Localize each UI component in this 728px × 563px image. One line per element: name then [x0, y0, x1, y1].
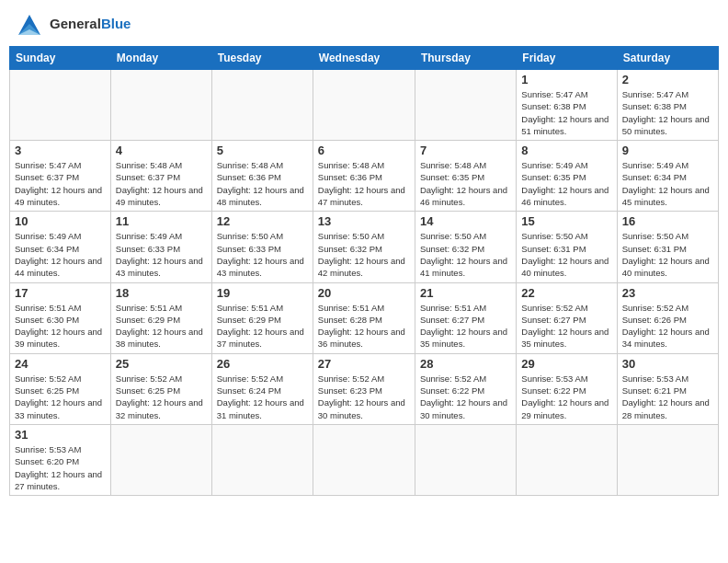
weekday-header-friday: Friday	[517, 47, 617, 70]
calendar-cell: 25Sunrise: 5:52 AM Sunset: 6:25 PM Dayli…	[110, 353, 211, 424]
day-info: Sunrise: 5:48 AM Sunset: 6:35 PM Dayligh…	[420, 159, 511, 208]
day-number: 19	[217, 286, 308, 300]
day-number: 24	[15, 357, 106, 371]
calendar-cell: 19Sunrise: 5:51 AM Sunset: 6:29 PM Dayli…	[211, 282, 313, 353]
calendar-cell: 14Sunrise: 5:50 AM Sunset: 6:32 PM Dayli…	[415, 212, 516, 282]
day-number: 20	[318, 286, 410, 300]
day-info: Sunrise: 5:51 AM Sunset: 6:28 PM Dayligh…	[318, 302, 410, 350]
calendar-cell	[110, 424, 211, 495]
day-info: Sunrise: 5:52 AM Sunset: 6:22 PM Dayligh…	[420, 373, 511, 421]
day-number: 16	[622, 214, 713, 228]
calendar-cell: 18Sunrise: 5:51 AM Sunset: 6:29 PM Dayli…	[110, 282, 211, 353]
calendar-cell: 6Sunrise: 5:48 AM Sunset: 6:36 PM Daylig…	[313, 141, 415, 212]
calendar-cell	[110, 70, 211, 141]
day-info: Sunrise: 5:51 AM Sunset: 6:29 PM Dayligh…	[116, 302, 207, 350]
day-info: Sunrise: 5:51 AM Sunset: 6:29 PM Dayligh…	[217, 302, 308, 350]
day-number: 6	[318, 144, 410, 157]
calendar-cell: 21Sunrise: 5:51 AM Sunset: 6:27 PM Dayli…	[415, 282, 516, 353]
day-number: 29	[521, 357, 611, 371]
day-number: 1	[521, 73, 611, 86]
calendar-cell: 29Sunrise: 5:53 AM Sunset: 6:22 PM Dayli…	[517, 353, 617, 424]
day-number: 18	[116, 286, 207, 300]
calendar-cell: 1Sunrise: 5:47 AM Sunset: 6:38 PM Daylig…	[517, 70, 617, 141]
day-info: Sunrise: 5:48 AM Sunset: 6:36 PM Dayligh…	[217, 159, 308, 208]
day-info: Sunrise: 5:49 AM Sunset: 6:33 PM Dayligh…	[116, 230, 207, 279]
day-info: Sunrise: 5:53 AM Sunset: 6:20 PM Dayligh…	[15, 443, 106, 492]
day-number: 22	[521, 286, 611, 300]
day-info: Sunrise: 5:53 AM Sunset: 6:21 PM Dayligh…	[622, 373, 713, 421]
logo-icon	[13, 9, 46, 39]
calendar-cell: 15Sunrise: 5:50 AM Sunset: 6:31 PM Dayli…	[517, 212, 617, 282]
calendar-cell: 2Sunrise: 5:47 AM Sunset: 6:38 PM Daylig…	[617, 70, 718, 141]
calendar-cell: 17Sunrise: 5:51 AM Sunset: 6:30 PM Dayli…	[10, 282, 111, 353]
day-number: 31	[15, 428, 106, 442]
calendar-cell: 10Sunrise: 5:49 AM Sunset: 6:34 PM Dayli…	[10, 212, 111, 282]
calendar-cell	[415, 424, 516, 495]
calendar-week-5: 24Sunrise: 5:52 AM Sunset: 6:25 PM Dayli…	[10, 353, 719, 424]
day-info: Sunrise: 5:53 AM Sunset: 6:22 PM Dayligh…	[521, 373, 611, 421]
day-info: Sunrise: 5:51 AM Sunset: 6:27 PM Dayligh…	[420, 302, 511, 350]
calendar-cell	[617, 424, 718, 495]
day-info: Sunrise: 5:52 AM Sunset: 6:27 PM Dayligh…	[521, 302, 611, 350]
day-number: 21	[420, 286, 511, 300]
day-info: Sunrise: 5:49 AM Sunset: 6:35 PM Dayligh…	[521, 159, 611, 208]
calendar-cell: 5Sunrise: 5:48 AM Sunset: 6:36 PM Daylig…	[211, 141, 313, 212]
calendar-cell	[211, 424, 313, 495]
day-number: 11	[116, 214, 207, 228]
day-number: 30	[622, 357, 713, 371]
calendar-cell	[415, 70, 516, 141]
day-number: 12	[217, 214, 308, 228]
day-number: 25	[116, 357, 207, 371]
weekday-header-thursday: Thursday	[415, 47, 516, 70]
calendar-cell: 26Sunrise: 5:52 AM Sunset: 6:24 PM Dayli…	[211, 353, 313, 424]
calendar-cell: 3Sunrise: 5:47 AM Sunset: 6:37 PM Daylig…	[10, 141, 111, 212]
day-info: Sunrise: 5:52 AM Sunset: 6:25 PM Dayligh…	[116, 373, 207, 421]
calendar-cell: 13Sunrise: 5:50 AM Sunset: 6:32 PM Dayli…	[313, 212, 415, 282]
calendar-cell: 28Sunrise: 5:52 AM Sunset: 6:22 PM Dayli…	[415, 353, 516, 424]
day-number: 8	[521, 144, 611, 157]
weekday-header-saturday: Saturday	[617, 47, 718, 70]
day-number: 3	[15, 144, 106, 157]
calendar-cell: 9Sunrise: 5:49 AM Sunset: 6:34 PM Daylig…	[617, 141, 718, 212]
weekday-header-row: SundayMondayTuesdayWednesdayThursdayFrid…	[10, 47, 719, 70]
weekday-header-tuesday: Tuesday	[211, 47, 313, 70]
day-number: 2	[622, 73, 713, 86]
logo-text: GeneralBlue	[50, 17, 131, 32]
calendar-cell: 4Sunrise: 5:48 AM Sunset: 6:37 PM Daylig…	[110, 141, 211, 212]
day-number: 17	[15, 286, 106, 300]
day-number: 7	[420, 144, 511, 157]
day-number: 26	[217, 357, 308, 371]
day-info: Sunrise: 5:49 AM Sunset: 6:34 PM Dayligh…	[622, 159, 713, 208]
day-info: Sunrise: 5:48 AM Sunset: 6:36 PM Dayligh…	[318, 159, 410, 208]
day-number: 15	[521, 214, 611, 228]
day-number: 14	[420, 214, 511, 228]
day-info: Sunrise: 5:52 AM Sunset: 6:26 PM Dayligh…	[622, 302, 713, 350]
day-number: 5	[217, 144, 308, 157]
calendar-week-4: 17Sunrise: 5:51 AM Sunset: 6:30 PM Dayli…	[10, 282, 719, 353]
calendar-cell	[10, 70, 111, 141]
calendar-week-3: 10Sunrise: 5:49 AM Sunset: 6:34 PM Dayli…	[10, 212, 719, 282]
calendar-cell: 20Sunrise: 5:51 AM Sunset: 6:28 PM Dayli…	[313, 282, 415, 353]
calendar-cell	[313, 70, 415, 141]
day-info: Sunrise: 5:51 AM Sunset: 6:30 PM Dayligh…	[15, 302, 106, 350]
day-info: Sunrise: 5:49 AM Sunset: 6:34 PM Dayligh…	[15, 230, 106, 279]
calendar-cell	[211, 70, 313, 141]
day-number: 28	[420, 357, 511, 371]
day-info: Sunrise: 5:50 AM Sunset: 6:31 PM Dayligh…	[521, 230, 611, 279]
calendar-table: SundayMondayTuesdayWednesdayThursdayFrid…	[9, 46, 719, 496]
calendar-cell: 23Sunrise: 5:52 AM Sunset: 6:26 PM Dayli…	[617, 282, 718, 353]
day-info: Sunrise: 5:50 AM Sunset: 6:31 PM Dayligh…	[622, 230, 713, 279]
day-number: 9	[622, 144, 713, 157]
day-info: Sunrise: 5:50 AM Sunset: 6:32 PM Dayligh…	[420, 230, 511, 279]
day-info: Sunrise: 5:52 AM Sunset: 6:23 PM Dayligh…	[318, 373, 410, 421]
day-info: Sunrise: 5:48 AM Sunset: 6:37 PM Dayligh…	[116, 159, 207, 208]
day-number: 4	[116, 144, 207, 157]
logo: GeneralBlue	[13, 9, 131, 39]
calendar-cell: 31Sunrise: 5:53 AM Sunset: 6:20 PM Dayli…	[10, 424, 111, 495]
day-number: 27	[318, 357, 410, 371]
calendar-week-6: 31Sunrise: 5:53 AM Sunset: 6:20 PM Dayli…	[10, 424, 719, 495]
calendar-cell: 8Sunrise: 5:49 AM Sunset: 6:35 PM Daylig…	[517, 141, 617, 212]
day-info: Sunrise: 5:47 AM Sunset: 6:37 PM Dayligh…	[15, 159, 106, 208]
day-info: Sunrise: 5:47 AM Sunset: 6:38 PM Dayligh…	[622, 88, 713, 137]
calendar-cell: 7Sunrise: 5:48 AM Sunset: 6:35 PM Daylig…	[415, 141, 516, 212]
